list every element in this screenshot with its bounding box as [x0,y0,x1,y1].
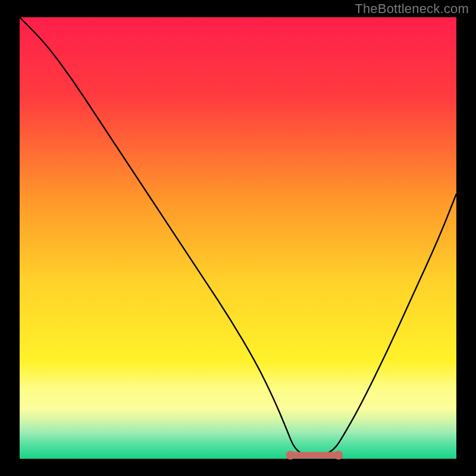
watermark-text: TheBottleneck.com [355,1,469,17]
svg-point-2 [334,451,343,460]
optimal-region-marker [286,451,343,460]
plot-area [20,17,456,459]
svg-point-1 [286,451,295,460]
bottleneck-chart [0,0,476,476]
chart-container: TheBottleneck.com [0,0,476,476]
